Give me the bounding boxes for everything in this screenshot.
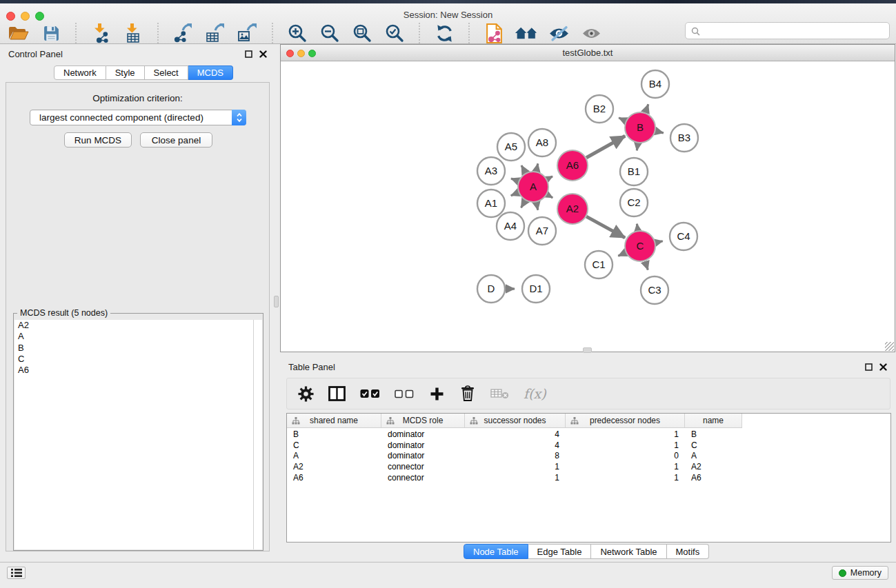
graph-node-A1[interactable]: A1	[477, 190, 505, 217]
network-window-titlebar[interactable]: testGlobe.txt	[281, 45, 895, 61]
dropdown-stepper-icon[interactable]	[232, 110, 246, 125]
table-cell[interactable]: 1	[465, 473, 566, 483]
table-cell[interactable]: A2	[685, 462, 742, 472]
home-overview-icon[interactable]	[515, 21, 538, 45]
table-row[interactable]: Adominator80A	[287, 451, 890, 462]
tab-network-table[interactable]: Network Table	[591, 544, 666, 559]
graph-edge-B-B1[interactable]	[637, 143, 638, 151]
table-row[interactable]: A2connector11A2	[287, 461, 890, 472]
graph-node-B1[interactable]: B1	[620, 158, 648, 185]
graph-node-D1[interactable]: D1	[522, 275, 550, 303]
vertical-splitter-handle[interactable]	[274, 296, 279, 307]
zoom-in-icon[interactable]	[286, 21, 309, 45]
zoom-out-icon[interactable]	[318, 21, 341, 45]
tab-motifs[interactable]: Motifs	[667, 544, 710, 559]
graph-node-A7[interactable]: A7	[528, 217, 556, 245]
table-cell[interactable]: connector	[381, 462, 465, 472]
search-field[interactable]	[685, 22, 890, 39]
settings-gear-icon[interactable]	[297, 386, 314, 402]
table-row[interactable]: Bdominator41B	[287, 429, 890, 440]
tab-select[interactable]: Select	[145, 65, 188, 80]
table-cell[interactable]: 1	[566, 462, 685, 472]
column-header-mcds-role[interactable]: MCDS role	[381, 414, 465, 427]
tab-network[interactable]: Network	[54, 65, 106, 80]
mcds-result-list[interactable]: A2ABCA6	[14, 320, 262, 549]
close-panel-icon[interactable]	[879, 363, 887, 371]
deselect-all-icon[interactable]	[395, 389, 414, 398]
graph-edge-A-A5[interactable]	[521, 165, 526, 173]
eye-slash-icon[interactable]	[547, 21, 570, 45]
export-image-icon[interactable]	[236, 21, 259, 45]
graph-node-C1[interactable]: C1	[585, 251, 613, 278]
graph-node-A8[interactable]: A8	[528, 129, 556, 156]
table-row[interactable]: Cdominator41C	[287, 440, 890, 451]
graph-node-B2[interactable]: B2	[586, 95, 613, 123]
graph-edge-A-A4[interactable]	[521, 201, 526, 207]
graph-edge-A-A6[interactable]	[547, 176, 552, 179]
graph-edge-C-C1[interactable]	[618, 252, 626, 256]
mcds-result-item[interactable]: C	[14, 354, 262, 365]
table-cell[interactable]: A	[685, 451, 742, 460]
graph-edge-C-C4[interactable]	[656, 241, 663, 243]
graph-node-A4[interactable]: A4	[497, 212, 524, 240]
graph-edge-B-B4[interactable]	[646, 104, 648, 112]
table-cell[interactable]: C	[685, 440, 742, 450]
table-cell[interactable]: A2	[287, 462, 381, 472]
resize-grip[interactable]	[885, 342, 894, 351]
save-session-icon[interactable]	[39, 21, 63, 45]
graph-node-A5[interactable]: A5	[497, 133, 525, 161]
network-document-icon[interactable]	[482, 21, 506, 45]
export-table-icon[interactable]	[203, 21, 227, 45]
table-cell[interactable]: 8	[465, 451, 566, 460]
import-table-icon[interactable]	[121, 21, 145, 45]
graph-node-B[interactable]: B	[625, 112, 655, 143]
graph-node-C4[interactable]: C4	[670, 223, 697, 250]
table-cell[interactable]: 1	[566, 440, 685, 450]
task-history-button[interactable]	[7, 567, 26, 579]
search-input[interactable]	[704, 23, 886, 38]
close-panel-button[interactable]: Close panel	[140, 132, 212, 148]
eye-icon[interactable]	[579, 21, 603, 45]
graph-edge-A-A1[interactable]	[511, 192, 519, 195]
graph-edge-A-A3[interactable]	[511, 179, 519, 181]
tab-style[interactable]: Style	[106, 65, 145, 80]
mcds-result-item[interactable]: A6	[14, 365, 262, 376]
graph-node-A[interactable]: A	[518, 172, 548, 202]
mcds-result-item[interactable]: A2	[14, 320, 262, 331]
table-cell[interactable]: connector	[381, 473, 465, 483]
optimization-criterion-dropdown[interactable]: largest connected component (directed)	[30, 110, 246, 125]
network-canvas[interactable]: AA1A2A3A4A5A6A7A8BB1B2B3B4CC1C2C3C4DD1	[281, 62, 895, 352]
float-panel-icon[interactable]	[865, 363, 873, 371]
graph-node-C[interactable]: C	[625, 231, 655, 261]
graph-edge-C-C3[interactable]	[645, 261, 648, 270]
column-header-name[interactable]: name	[685, 414, 742, 427]
tab-edge-table[interactable]: Edge Table	[528, 544, 592, 559]
delete-column-icon[interactable]	[459, 385, 476, 402]
run-mcds-button[interactable]: Run MCDS	[64, 132, 132, 148]
graph-node-B3[interactable]: B3	[670, 124, 698, 152]
tab-node-table[interactable]: Node Table	[464, 544, 528, 559]
table-cell[interactable]: A6	[287, 473, 381, 483]
tab-mcds[interactable]: MCDS	[188, 65, 233, 80]
table-cell[interactable]: C	[287, 440, 381, 450]
table-cell[interactable]: 4	[465, 440, 566, 450]
zoom-fit-icon[interactable]	[350, 21, 374, 45]
column-header-shared-name[interactable]: shared name	[287, 414, 381, 427]
table-cell[interactable]: B	[287, 429, 381, 439]
table-cell[interactable]: dominator	[381, 440, 465, 450]
table-cell[interactable]: 1	[566, 473, 685, 483]
table-cell[interactable]: 1	[465, 462, 566, 472]
column-header-successor-nodes[interactable]: successor nodes	[465, 414, 566, 427]
table-row[interactable]: A6connector11A6	[287, 472, 890, 483]
add-column-icon[interactable]	[428, 387, 445, 401]
graph-node-D[interactable]: D	[477, 275, 505, 303]
table-cell[interactable]: dominator	[381, 451, 465, 460]
table-cell[interactable]: dominator	[381, 429, 465, 439]
memory-button[interactable]: Memory	[832, 566, 888, 580]
graph-edge-B-B3[interactable]	[655, 131, 663, 133]
graph-node-A2[interactable]: A2	[557, 194, 588, 224]
table-cell[interactable]: A6	[685, 473, 742, 483]
zoom-selected-icon[interactable]	[383, 21, 406, 45]
scrollbar-gutter[interactable]	[253, 320, 262, 549]
refresh-view-icon[interactable]	[432, 21, 456, 45]
